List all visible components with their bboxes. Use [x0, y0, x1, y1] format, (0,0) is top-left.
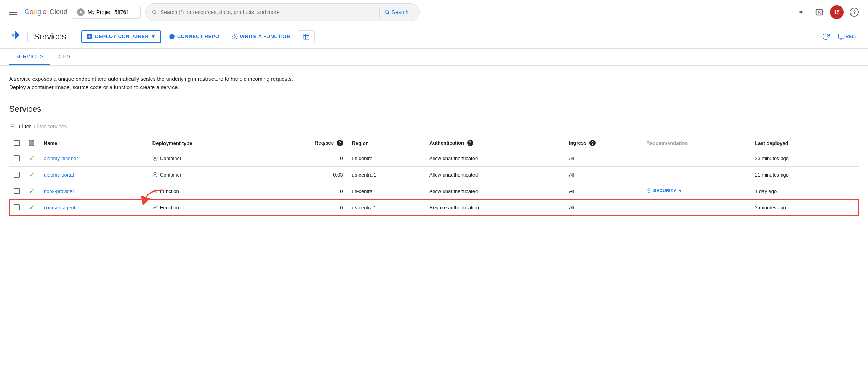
svg-rect-14 [838, 34, 844, 38]
row-ingress: All [569, 156, 574, 161]
row-auth: Allow unauthenticated [429, 172, 478, 178]
row-name-cell: book-provider [39, 183, 148, 199]
svg-point-10 [234, 36, 235, 37]
reli-button[interactable]: RELI [835, 29, 859, 44]
deploy-container-button[interactable]: DEPLOY CONTAINER ▼ [81, 30, 161, 43]
refresh-button[interactable] [818, 29, 833, 44]
recommendation-dropdown-icon[interactable]: ▼ [678, 188, 682, 193]
row-ingress: All [569, 172, 574, 178]
service-link[interactable]: aidemy-planner [44, 156, 78, 161]
row-region-cell: us-central1 [348, 199, 425, 216]
row-ingress: All [569, 188, 574, 194]
tab-services[interactable]: SERVICES [9, 49, 50, 65]
hamburger-line [9, 12, 17, 13]
svg-point-31 [153, 206, 157, 209]
nav-icons: ✦ 15 ? [793, 5, 862, 20]
svg-point-20 [29, 140, 34, 146]
row-deployed-cell: 21 minutes ago [750, 167, 859, 183]
function-icon [152, 205, 158, 210]
connect-repo-button[interactable]: CONNECT REPO [164, 31, 224, 43]
main-content: A service exposes a unique endpoint and … [0, 66, 868, 225]
search-btn-icon [384, 9, 390, 15]
th-req-sec: Req/sec ? [272, 136, 347, 150]
container-icon [152, 156, 158, 161]
th-status [24, 136, 39, 150]
cloud-shell-button[interactable] [812, 5, 827, 20]
row-deploy-type: Container [160, 172, 181, 178]
function-icon [152, 188, 158, 194]
function-icon [232, 34, 238, 40]
project-selector[interactable]: ● My Project 58761 [72, 6, 141, 19]
row-last-deployed: 2 minutes ago [755, 205, 786, 210]
auth-help-icon[interactable]: ? [467, 140, 473, 146]
row-auth: Allow unauthenticated [429, 156, 478, 161]
row-checkbox[interactable] [14, 155, 20, 161]
table-row: ✓ aidemy-portal Container [9, 167, 859, 183]
security-recommendation-badge[interactable]: SECURITY ▼ [646, 188, 682, 193]
logo-o1: o [30, 8, 34, 16]
select-all-checkbox[interactable] [14, 140, 20, 146]
row-checkbox[interactable] [14, 204, 20, 210]
secondary-nav-actions: DEPLOY CONTAINER ▼ CONNECT REPO WRITE A … [81, 30, 315, 43]
row-checkbox-cell [9, 150, 24, 167]
svg-point-21 [154, 158, 156, 159]
th-deploy-label: Deployment type [152, 140, 192, 146]
search-icon [152, 9, 157, 16]
ingress-help-icon[interactable]: ? [589, 140, 596, 146]
deploy-chevron-icon: ▼ [151, 34, 156, 39]
svg-point-0 [153, 10, 156, 14]
description-block: A service exposes a unique endpoint and … [9, 75, 859, 92]
th-ingress-label: Ingress [569, 140, 586, 146]
search-btn-label: Search [392, 9, 408, 15]
search-bar-container: Search [145, 3, 420, 21]
service-link[interactable]: book-provider [44, 188, 74, 194]
service-link[interactable]: aidemy-portal [44, 172, 74, 178]
nav-right-icons: RELI [818, 29, 859, 44]
gemini-button[interactable]: ✦ [793, 5, 809, 20]
search-input[interactable] [160, 9, 376, 15]
th-name: Name ↑ [39, 136, 148, 150]
row-ingress-cell: All [564, 183, 642, 199]
deploy-container-label: DEPLOY CONTAINER [95, 34, 149, 39]
help-button[interactable]: ? [847, 5, 862, 20]
tabs-container: SERVICES JOBS [0, 49, 868, 66]
row-checkbox-cell [9, 167, 24, 183]
row-region: us-central1 [352, 205, 376, 210]
row-checkbox[interactable] [14, 172, 20, 178]
req-help-icon[interactable]: ? [337, 140, 343, 146]
layout-button[interactable] [298, 30, 315, 43]
hamburger-menu[interactable] [6, 6, 20, 18]
table-row: ✓ book-provider Function [9, 183, 859, 199]
write-function-button[interactable]: WRITE A FUNCTION [227, 31, 295, 43]
search-button[interactable]: Search [379, 7, 413, 18]
user-avatar[interactable]: 15 [830, 5, 844, 19]
row-status-cell: ✓ [24, 183, 39, 199]
row-last-deployed: 23 minutes ago [755, 156, 789, 161]
th-recommendation: Recommendation [642, 136, 750, 150]
svg-point-26 [153, 190, 157, 193]
row-status-cell: ✓ [24, 150, 39, 167]
filter-icon [9, 123, 16, 130]
tab-jobs[interactable]: JOBS [50, 49, 77, 65]
th-last-deployed: Last deployed [750, 136, 859, 150]
row-checkbox-cell [9, 199, 24, 216]
row-rec-cell: — [642, 150, 750, 167]
services-table: Name ↑ Deployment type Req/sec ? Region [9, 136, 859, 216]
sort-icon[interactable]: ↑ [59, 141, 61, 146]
logo-o2: o [34, 8, 37, 16]
row-recommendation: — [646, 156, 651, 161]
th-authentication: Authentication ? [425, 136, 564, 150]
service-link[interactable]: courses-agent [44, 205, 75, 210]
row-req-sec: 0.03 [333, 172, 343, 178]
secondary-navigation: Services DEPLOY CONTAINER ▼ CONNECT REPO… [0, 24, 868, 49]
top-navigation: Google Cloud ● My Project 58761 Search ✦ [0, 0, 868, 24]
refresh-icon [822, 33, 830, 40]
security-bulb-icon [646, 188, 652, 193]
row-recommendation: — [646, 172, 651, 178]
row-deploy-type-cell: Function [148, 183, 272, 199]
row-deployed-cell: 23 minutes ago [750, 150, 859, 167]
row-rec-cell: SECURITY ▼ [642, 183, 750, 199]
table-row: ✓ courses-agent Function [9, 199, 859, 216]
row-deploy-type: Container [160, 156, 181, 161]
row-checkbox[interactable] [14, 188, 20, 194]
